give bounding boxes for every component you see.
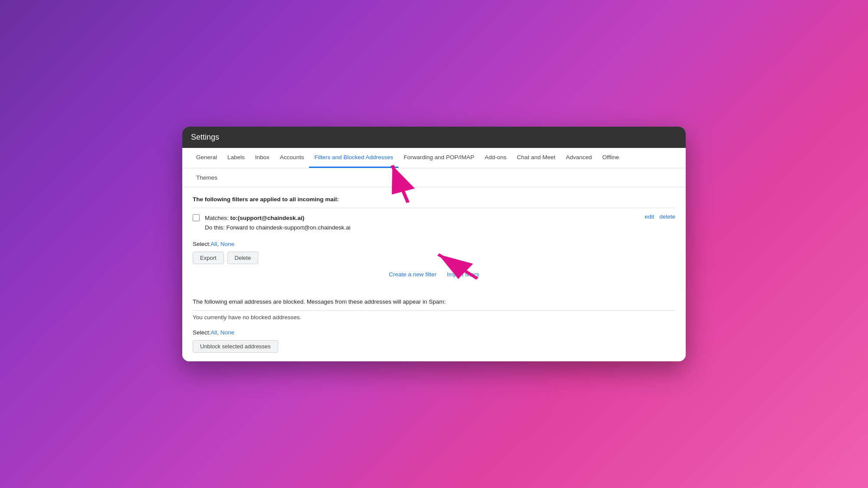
blocked-section: The following email addresses are blocke…	[182, 290, 686, 361]
filter-links-row: Create a new filter Import filters	[193, 264, 675, 281]
tab-themes[interactable]: Themes	[191, 168, 223, 187]
filter-matches: Matches: to:(support@chaindesk.ai)	[205, 213, 639, 223]
filters-section: The following filters are applied to all…	[182, 187, 686, 290]
filter-checkbox[interactable]	[193, 214, 200, 221]
blocked-select-comma: ,	[217, 329, 220, 336]
tab-offline[interactable]: Offline	[597, 148, 625, 168]
blocked-select-row: Select: All , None	[193, 329, 675, 336]
unblock-button[interactable]: Unblock selected addresses	[193, 340, 278, 353]
title-bar: Settings	[182, 127, 686, 148]
tabs-row-1: General Labels Inbox Accounts Filters an…	[182, 148, 686, 168]
edit-filter-link[interactable]: edit	[644, 213, 654, 220]
blocked-select-all[interactable]: All	[210, 329, 217, 336]
settings-window: Settings General Labels Inbox Accounts F…	[182, 127, 686, 361]
matches-value: to:(support@chaindesk.ai)	[230, 215, 305, 221]
tab-chat[interactable]: Chat and Meet	[512, 148, 561, 168]
tabs-row-2: Themes	[182, 168, 686, 187]
filters-btn-row: Export Delete	[193, 252, 675, 264]
tab-filters[interactable]: Filters and Blocked Addresses	[309, 148, 398, 168]
matches-label: Matches:	[205, 215, 230, 221]
filters-section-title: The following filters are applied to all…	[193, 196, 675, 203]
blocked-select-label: Select:	[193, 329, 210, 336]
import-filters-link[interactable]: Import filters	[447, 271, 479, 278]
export-button[interactable]: Export	[193, 252, 224, 264]
tab-addons[interactable]: Add-ons	[480, 148, 512, 168]
blocked-select-none[interactable]: None	[220, 329, 234, 336]
filters-select-label: Select:	[193, 241, 210, 247]
tab-advanced[interactable]: Advanced	[561, 148, 597, 168]
tab-accounts[interactable]: Accounts	[275, 148, 309, 168]
delete-button[interactable]: Delete	[227, 252, 259, 264]
filter-item-row: Matches: to:(support@chaindesk.ai) Do th…	[193, 208, 675, 237]
tab-labels[interactable]: Labels	[222, 148, 250, 168]
filters-select-row: Select: All , None	[193, 241, 675, 247]
tab-general[interactable]: General	[191, 148, 222, 168]
blocked-section-title: The following email addresses are blocke…	[193, 298, 675, 305]
delete-filter-link[interactable]: delete	[659, 213, 675, 220]
filter-dothis: Do this: Forward to chaindesk-support@on…	[205, 223, 639, 233]
filter-actions: edit delete	[644, 213, 675, 220]
blocked-btn-row: Unblock selected addresses	[193, 340, 675, 353]
tab-forwarding[interactable]: Forwarding and POP/IMAP	[398, 148, 480, 168]
filters-select-all[interactable]: All	[210, 241, 217, 247]
window-title: Settings	[191, 133, 219, 142]
tab-inbox[interactable]: Inbox	[250, 148, 275, 168]
create-filter-link[interactable]: Create a new filter	[389, 271, 437, 278]
filter-info: Matches: to:(support@chaindesk.ai) Do th…	[205, 213, 639, 232]
filters-select-comma: ,	[217, 241, 220, 247]
no-blocked-message: You currently have no blocked addresses.	[193, 311, 675, 324]
filters-select-none[interactable]: None	[220, 241, 234, 247]
